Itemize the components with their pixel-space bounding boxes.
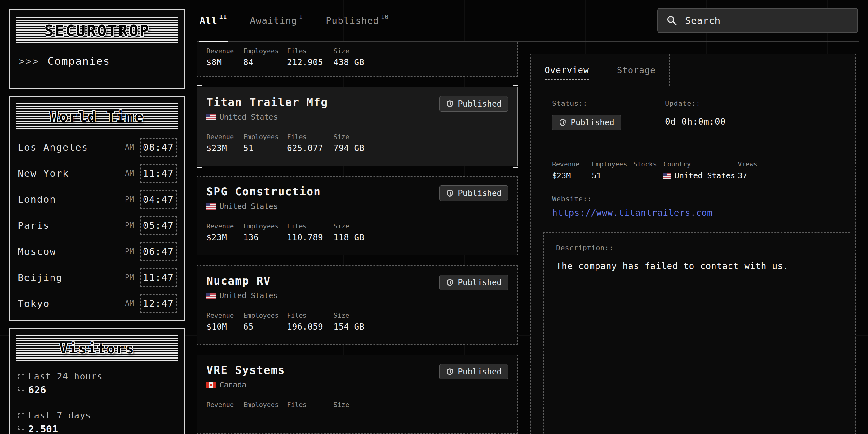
status-badge-label: Published bbox=[571, 118, 614, 127]
status-badge: Published bbox=[552, 115, 621, 130]
company-card-partial[interactable]: Revenue$8M Employees84 Files212.905 Size… bbox=[196, 42, 518, 77]
search-input[interactable]: Search bbox=[657, 8, 858, 33]
stat-value: 154 GB bbox=[334, 322, 365, 331]
city-name: New York bbox=[18, 168, 125, 179]
meridiem: AM bbox=[125, 143, 134, 152]
description-box: Description:: The company has failed to … bbox=[543, 232, 850, 434]
shield-icon bbox=[446, 189, 454, 197]
company-card-vre-systems[interactable]: VRE Systems Canada Published Revenue Emp… bbox=[196, 354, 518, 434]
tab-label: Overview bbox=[545, 65, 589, 80]
visitors-stat: Last 7 days 2.501 bbox=[10, 405, 184, 434]
logo-panel: SECUROTROP >>> Companies bbox=[9, 9, 185, 89]
visitors-title: Visitors bbox=[60, 341, 135, 356]
world-time-row: Moscow PM 06:47 bbox=[10, 238, 184, 265]
canada-flag-icon bbox=[207, 382, 216, 388]
stat-label: Views bbox=[738, 161, 757, 168]
city-name: Tokyo bbox=[18, 298, 125, 309]
selection-corner bbox=[513, 85, 518, 92]
stat-label: Size bbox=[334, 133, 365, 141]
stat-value: 37 bbox=[738, 171, 757, 180]
card-stats: Revenue$8M Employees84 Files212.905 Size… bbox=[207, 48, 508, 67]
selection-corner bbox=[196, 161, 202, 168]
stat-label: Revenue bbox=[207, 48, 243, 55]
stat-label: Files bbox=[287, 312, 334, 319]
company-card-spg-construction[interactable]: SPG Construction United States Published… bbox=[196, 176, 518, 255]
city-name: Los Angeles bbox=[18, 142, 125, 153]
stat-label: Revenue bbox=[207, 401, 243, 409]
stat-label: Files bbox=[287, 48, 334, 55]
stat-value: 118 GB bbox=[334, 233, 365, 242]
sidebar: SECUROTROP >>> Companies World Time Los … bbox=[9, 9, 185, 434]
stat-value: 212.905 bbox=[287, 58, 334, 67]
shield-icon bbox=[446, 278, 454, 286]
time-value: 06:47 bbox=[140, 242, 177, 261]
world-time-row: New York AM 11:47 bbox=[10, 160, 184, 186]
stat-value: 51 bbox=[243, 144, 287, 153]
world-time-row: Los Angeles AM 08:47 bbox=[10, 134, 184, 160]
company-title: SPG Construction bbox=[207, 185, 321, 198]
stat-value: -- bbox=[633, 171, 663, 180]
us-flag-icon bbox=[663, 173, 672, 179]
status-badge: Published bbox=[439, 364, 508, 379]
tab-published[interactable]: Published10 bbox=[326, 0, 389, 41]
stat-value: 84 bbox=[243, 58, 287, 67]
stat-label: Employees bbox=[243, 401, 287, 409]
stat-value: 196.059 bbox=[287, 322, 334, 331]
company-card-titan-trailer-mfg[interactable]: Titan Trailer Mfg United States Publishe… bbox=[196, 87, 518, 166]
stat-label: Employees bbox=[592, 161, 633, 168]
tab-label: All bbox=[199, 15, 217, 26]
logo-banner: SECUROTROP bbox=[17, 17, 178, 44]
visitors-stat-value: 2.501 bbox=[28, 423, 58, 434]
stat-label: Revenue bbox=[207, 312, 243, 319]
world-time-banner: World Time bbox=[17, 103, 178, 130]
card-stats: Revenue Employees Files Size bbox=[207, 401, 508, 411]
us-flag-icon bbox=[207, 204, 216, 210]
stat-value: United States bbox=[663, 171, 738, 180]
stat-label: Files bbox=[287, 401, 334, 409]
tab-label: Awaiting bbox=[250, 15, 297, 26]
corner-mark-icon bbox=[18, 426, 24, 430]
city-name: Paris bbox=[18, 220, 125, 231]
stat-label: Files bbox=[287, 133, 334, 141]
meridiem: PM bbox=[125, 195, 134, 204]
world-time-panel: World Time Los Angeles AM 08:47 New York… bbox=[9, 96, 185, 320]
stat-label: Stocks bbox=[633, 161, 663, 168]
stat-label: Size bbox=[334, 223, 365, 230]
description-text: The company has failed to contact with u… bbox=[556, 261, 837, 271]
world-time-row: Beijing PM 11:47 bbox=[10, 265, 184, 290]
sidebar-item-companies[interactable]: >>> Companies bbox=[10, 44, 184, 78]
tab-all[interactable]: All11 bbox=[199, 0, 227, 41]
stat-label: Revenue bbox=[207, 223, 243, 230]
city-name: Moscow bbox=[18, 246, 125, 257]
card-stats: Revenue$10M Employees65 Files196.059 Siz… bbox=[207, 312, 508, 331]
company-card-nucamp-rv[interactable]: Nucamp RV United States Published Revenu… bbox=[196, 266, 518, 345]
nav-label: Companies bbox=[48, 55, 110, 67]
stat-label: Revenue bbox=[552, 161, 592, 168]
company-title: VRE Systems bbox=[207, 364, 285, 376]
stat-value: $23M bbox=[207, 233, 243, 242]
meridiem: PM bbox=[125, 221, 134, 230]
description-label: Description:: bbox=[556, 244, 837, 252]
tab-storage[interactable]: Storage bbox=[603, 54, 670, 86]
stat-value: 794 GB bbox=[334, 144, 365, 153]
company-list: Revenue$8M Employees84 Files212.905 Size… bbox=[196, 42, 518, 434]
status-label: Status:: bbox=[552, 99, 665, 107]
meridiem: PM bbox=[125, 247, 134, 256]
stat-value: $8M bbox=[207, 58, 243, 67]
city-name: Beijing bbox=[18, 272, 125, 283]
visitors-stat-label: Last 7 days bbox=[28, 410, 91, 421]
stat-label: Files bbox=[287, 223, 334, 230]
time-value: 05:47 bbox=[140, 216, 177, 235]
shield-icon bbox=[559, 118, 567, 126]
website-link[interactable]: https://www.titantrailers.com bbox=[552, 208, 713, 218]
stat-value: 65 bbox=[243, 322, 287, 331]
shield-icon bbox=[446, 368, 454, 376]
world-time-row: Paris PM 05:47 bbox=[10, 212, 184, 238]
tab-awaiting[interactable]: Awaiting1 bbox=[250, 0, 303, 41]
status-badge-label: Published bbox=[458, 278, 502, 287]
visitors-stat-label: Last 24 hours bbox=[28, 371, 103, 382]
stat-value: $10M bbox=[207, 322, 243, 331]
tab-count: 1 bbox=[299, 13, 303, 20]
tab-overview[interactable]: Overview bbox=[531, 54, 603, 86]
company-country: Canada bbox=[219, 381, 246, 390]
